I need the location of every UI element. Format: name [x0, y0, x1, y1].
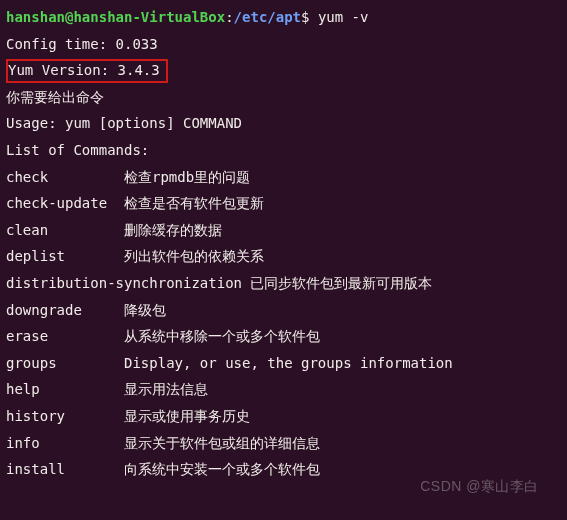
- prompt-line[interactable]: hanshan@hanshan-VirtualBox:/etc/apt$ yum…: [6, 4, 561, 31]
- command-row: history 显示或使用事务历史: [6, 403, 561, 430]
- config-time-line: Config time: 0.033: [6, 31, 561, 58]
- command-row: deplist 列出软件包的依赖关系: [6, 243, 561, 270]
- command-row: erase 从系统中移除一个或多个软件包: [6, 323, 561, 350]
- command-row: info 显示关于软件包或组的详细信息: [6, 430, 561, 457]
- command-row: clean 删除缓存的数据: [6, 217, 561, 244]
- need-command-line: 你需要给出命令: [6, 84, 561, 111]
- prompt-path: /etc/apt: [234, 9, 301, 25]
- usage-line: Usage: yum [options] COMMAND: [6, 110, 561, 137]
- command-row: check-update 检查是否有软件包更新: [6, 190, 561, 217]
- list-header: List of Commands:: [6, 137, 561, 164]
- command-row: downgrade 降级包: [6, 297, 561, 324]
- terminal-output: hanshan@hanshan-VirtualBox:/etc/apt$ yum…: [0, 0, 567, 487]
- prompt-colon: :: [225, 9, 233, 25]
- command-row: check 检查rpmdb里的问题: [6, 164, 561, 191]
- command-row: distribution-synchronization 已同步软件包到最新可用…: [6, 270, 561, 297]
- yum-version-line-wrapper: Yum Version: 3.4.3: [6, 57, 561, 84]
- prompt-dollar: $: [301, 9, 318, 25]
- command-row: install 向系统中安装一个或多个软件包: [6, 456, 561, 483]
- command-row: groups Display, or use, the groups infor…: [6, 350, 561, 377]
- command-row: help 显示用法信息: [6, 376, 561, 403]
- yum-version-highlight: Yum Version: 3.4.3: [6, 59, 168, 83]
- command-text: yum -v: [318, 9, 369, 25]
- prompt-userhost: hanshan@hanshan-VirtualBox: [6, 9, 225, 25]
- commands-list: check 检查rpmdb里的问题check-update 检查是否有软件包更新…: [6, 164, 561, 483]
